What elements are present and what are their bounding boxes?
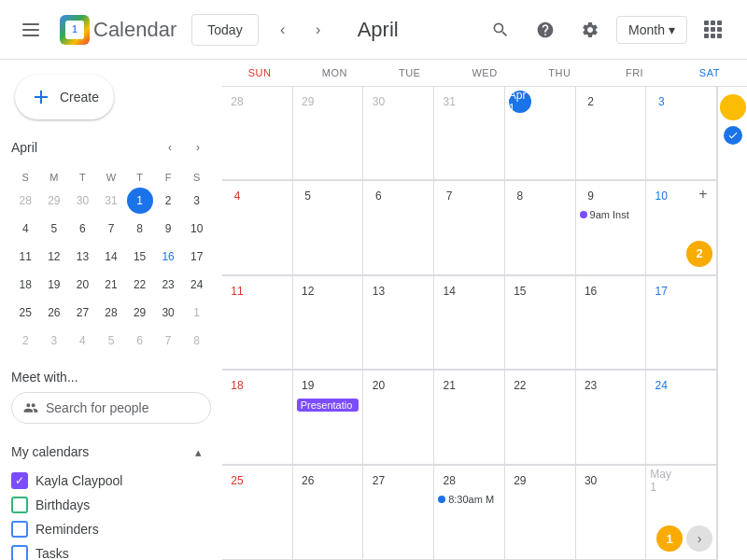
cal-cell-may-1[interactable]: May 1 1 › (646, 466, 717, 560)
mini-day[interactable]: 30 (69, 188, 95, 214)
mini-day[interactable]: 5 (41, 216, 67, 242)
cal-cell-apr-21[interactable]: 21 (434, 371, 505, 464)
mini-day[interactable]: 9 (155, 216, 181, 242)
cal-cell-apr-13[interactable]: 13 (363, 276, 434, 370)
mini-day[interactable]: 22 (127, 272, 153, 298)
mini-day[interactable]: 6 (127, 328, 153, 354)
cal-cell-29-mar[interactable]: 29 (293, 87, 364, 180)
cal-cell-apr-3[interactable]: 3 (646, 87, 717, 180)
cal-cell-apr-6[interactable]: 6 (363, 181, 434, 274)
cal-cell-apr-28[interactable]: 28 8:30am M (434, 466, 505, 560)
cal-cell-apr-26[interactable]: 26 (293, 466, 364, 560)
mini-day[interactable]: 2 (155, 188, 181, 214)
cal-cell-31-mar[interactable]: 31 (434, 87, 505, 180)
mini-day[interactable]: 17 (184, 244, 210, 270)
mini-day[interactable]: 31 (98, 188, 124, 214)
today-button[interactable]: Today (191, 14, 258, 46)
mini-day[interactable]: 13 (69, 244, 95, 270)
mini-day[interactable]: 19 (41, 272, 67, 298)
calendar-item-kayla[interactable]: ✓ Kayla Claypool (11, 469, 211, 493)
mini-day[interactable]: 3 (184, 188, 210, 214)
cal-cell-apr-4[interactable]: 4 (222, 181, 293, 274)
mini-day[interactable]: 29 (127, 300, 153, 326)
mini-day[interactable]: 1 (184, 300, 210, 326)
cal-cell-apr-29[interactable]: 29 (505, 466, 576, 560)
mini-day[interactable]: 25 (12, 300, 38, 326)
cal-cell-apr-5[interactable]: 5 (293, 181, 364, 274)
mini-day[interactable]: 4 (12, 216, 38, 242)
mini-day[interactable]: 10 (184, 216, 210, 242)
mini-day[interactable]: 24 (184, 272, 210, 298)
mini-day[interactable]: 5 (98, 328, 124, 354)
add-event-button[interactable]: + (694, 185, 712, 203)
cal-cell-apr-8[interactable]: 8 (505, 181, 576, 274)
mini-day-today[interactable]: 1 (127, 188, 153, 214)
mini-day[interactable]: 30 (155, 300, 181, 326)
cal-cell-apr-11[interactable]: 11 (222, 276, 293, 370)
hamburger-button[interactable] (15, 11, 52, 49)
mini-day[interactable]: 4 (69, 328, 95, 354)
mini-day[interactable]: 20 (69, 272, 95, 298)
event-presentation[interactable]: Presentatio (297, 399, 359, 412)
mini-day[interactable]: 26 (41, 300, 67, 326)
cal-cell-apr-7[interactable]: 7 (434, 181, 505, 274)
cal-cell-apr-2[interactable]: 2 (576, 87, 647, 180)
search-people-input[interactable]: Search for people (11, 392, 211, 424)
cal-cell-apr-27[interactable]: 27 (363, 466, 434, 560)
mini-day[interactable]: 14 (98, 244, 124, 270)
search-button[interactable] (482, 11, 519, 49)
settings-button[interactable] (571, 11, 609, 49)
mini-day[interactable]: 3 (41, 328, 67, 354)
next-month-button[interactable]: › (302, 13, 335, 47)
cal-cell-apr-9[interactable]: 9 9am Inst (576, 181, 647, 274)
mini-day[interactable]: 7 (98, 216, 124, 242)
cal-cell-apr-12[interactable]: 12 (293, 276, 364, 370)
cal-cell-apr-16[interactable]: 16 (576, 276, 647, 370)
user-avatar[interactable] (720, 94, 746, 120)
mini-day[interactable]: 21 (98, 272, 124, 298)
cal-cell-apr-1[interactable]: Apr 1 (505, 87, 576, 180)
calendar-item-tasks[interactable]: Tasks (11, 541, 211, 560)
event-9am-inst[interactable]: 9am Inst (580, 209, 642, 220)
cal-cell-apr-24[interactable]: 24 (646, 371, 717, 464)
calendar-item-birthdays[interactable]: Birthdays (11, 493, 211, 517)
create-button[interactable]: Create (15, 75, 114, 119)
prev-month-button[interactable]: ‹ (266, 13, 300, 47)
mini-cal-prev[interactable]: ‹ (157, 134, 183, 161)
mini-day[interactable]: 11 (12, 244, 38, 270)
cal-cell-30-mar[interactable]: 30 (363, 87, 434, 180)
cal-cell-apr-10[interactable]: 10 2 + (646, 181, 717, 274)
mini-day[interactable]: 15 (127, 244, 153, 270)
mini-day[interactable]: 8 (127, 216, 153, 242)
cal-cell-apr-18[interactable]: 18 (222, 371, 293, 464)
mini-day[interactable]: 6 (69, 216, 95, 242)
cal-cell-apr-30[interactable]: 30 (576, 466, 647, 560)
mini-day[interactable]: 18 (12, 272, 38, 298)
mini-day[interactable]: 16 (155, 244, 181, 270)
cal-cell-apr-14[interactable]: 14 (434, 276, 505, 370)
view-dropdown[interactable]: Month ▾ (616, 16, 687, 44)
cal-cell-apr-25[interactable]: 25 (222, 466, 293, 560)
calendar-item-reminders[interactable]: Reminders (11, 517, 211, 541)
cal-cell-28-mar[interactable]: 28 (222, 87, 293, 180)
mini-day[interactable]: 12 (41, 244, 67, 270)
mini-day[interactable]: 29 (41, 188, 67, 214)
mini-cal-next[interactable]: › (185, 134, 211, 161)
mini-day[interactable]: 7 (155, 328, 181, 354)
mini-day[interactable]: 28 (98, 300, 124, 326)
cal-cell-apr-17[interactable]: 17 (646, 276, 717, 370)
mini-day[interactable]: 23 (155, 272, 181, 298)
cal-cell-apr-22[interactable]: 22 (505, 371, 576, 464)
mini-day[interactable]: 8 (184, 328, 210, 354)
cal-cell-apr-20[interactable]: 20 (363, 371, 434, 464)
apps-button[interactable] (695, 11, 732, 49)
mini-day[interactable]: 28 (12, 188, 38, 214)
event-830am[interactable]: 8:30am M (438, 494, 500, 505)
mini-day[interactable]: 2 (12, 328, 38, 354)
cal-cell-apr-23[interactable]: 23 (576, 371, 647, 464)
help-button[interactable] (527, 11, 564, 49)
mini-day[interactable]: 27 (69, 300, 95, 326)
cal-cell-apr-15[interactable]: 15 (505, 276, 576, 370)
next-nav-arrow[interactable]: › (686, 525, 712, 552)
my-calendars-collapse-button[interactable]: ▴ (185, 439, 211, 465)
